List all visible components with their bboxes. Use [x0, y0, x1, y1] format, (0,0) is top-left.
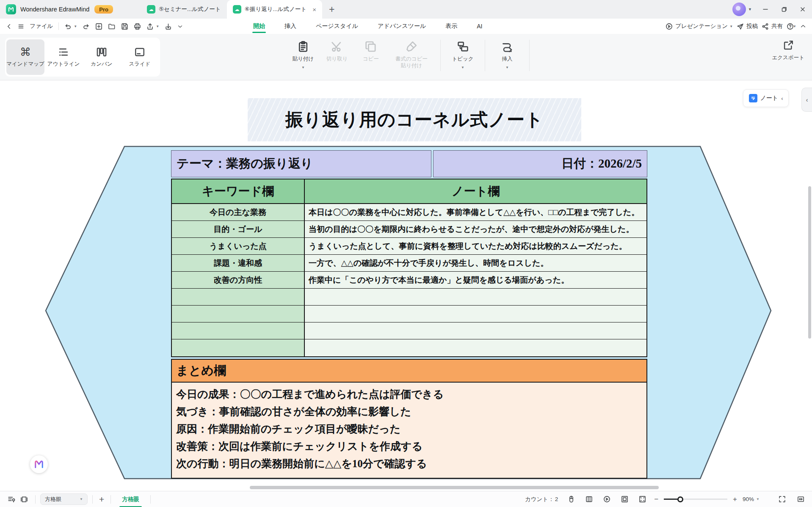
tab-view[interactable]: 表示: [445, 19, 457, 34]
new-document-icon[interactable]: [95, 23, 102, 30]
toolbar-more-icon[interactable]: [177, 24, 183, 29]
add-sheet-button[interactable]: +: [99, 494, 104, 504]
keyword-cell[interactable]: 課題・違和感: [172, 255, 305, 272]
zoom-out-button[interactable]: −: [654, 495, 658, 504]
fullscreen-icon[interactable]: [779, 496, 786, 503]
summary-body[interactable]: 今日の成果：〇〇の工程まで進められた点は評価できる 気づき：事前確認の甘さが全体…: [172, 383, 646, 478]
note-column-header[interactable]: ノート欄: [305, 179, 646, 203]
share-nodes-icon: [762, 23, 769, 30]
zoom-percent[interactable]: 90% ▼: [743, 496, 760, 502]
export-button[interactable]: エクスポート: [772, 40, 804, 61]
tab-start[interactable]: 開始: [253, 19, 265, 34]
restore-button[interactable]: [775, 0, 793, 19]
new-tab-button[interactable]: +: [329, 4, 334, 15]
mode-slide[interactable]: スライド: [121, 39, 159, 75]
note-cell[interactable]: 作業中に「このやり方で本当に最適か」と疑問を感じる場面があった。: [305, 272, 646, 289]
collapse-ribbon-icon[interactable]: [800, 23, 806, 29]
note-cell[interactable]: [305, 306, 646, 322]
mode-outline[interactable]: アウトライン: [44, 39, 83, 75]
tab-page-style[interactable]: ページスタイル: [316, 19, 358, 34]
horizontal-scrollbar[interactable]: [250, 486, 659, 489]
export-share-icon[interactable]: [146, 23, 154, 30]
note-cell[interactable]: [305, 322, 646, 339]
keyword-cell[interactable]: [172, 306, 305, 322]
slideshow-play-icon[interactable]: [603, 496, 610, 503]
note-cell[interactable]: 当初の目的は〇〇を期限内に終わらせることだったが、途中で想定外の対応が発生した。: [305, 221, 646, 238]
sheet-selector-dropdown[interactable]: 方格眼 ▼: [40, 493, 88, 505]
expand-canvas-icon[interactable]: [639, 496, 646, 503]
note-panel-button[interactable]: ノート ‹: [743, 89, 789, 107]
tab-insert[interactable]: 挿入: [284, 19, 296, 34]
keyword-cell[interactable]: [172, 339, 305, 356]
paste-button[interactable]: 貼り付け ▼: [286, 39, 320, 69]
zoom-slider[interactable]: [664, 499, 727, 500]
document-title-topic[interactable]: 振り返り用のコーネル式ノート: [248, 98, 581, 141]
document-tab-active[interactable]: ☁ ⑥振り返り...ル式ノート ×: [227, 0, 322, 19]
export-caret-icon[interactable]: ▼: [156, 25, 159, 28]
canvas[interactable]: 振り返り用のコーネル式ノート ノート ‹ ‹ テーマ：業務の振り返り 日付：20…: [0, 80, 812, 491]
page-frame-icon[interactable]: [20, 496, 28, 503]
sheet-list-icon[interactable]: [8, 496, 15, 503]
fit-width-icon[interactable]: [797, 496, 804, 503]
mouse-mode-icon[interactable]: [568, 496, 575, 503]
vertical-scrollbar[interactable]: [808, 186, 811, 339]
divider: [92, 495, 93, 504]
copy-icon: [365, 41, 377, 52]
zoom-in-button[interactable]: +: [733, 495, 737, 504]
keyword-column-header[interactable]: キーワード欄: [172, 179, 305, 203]
pro-badge[interactable]: Pro: [94, 5, 113, 14]
menu-hamburger-icon[interactable]: [18, 23, 24, 30]
file-menu[interactable]: ファイル: [30, 22, 53, 30]
theme-cell[interactable]: テーマ：業務の振り返り: [171, 150, 431, 177]
keyword-cell[interactable]: 目的・ゴール: [172, 221, 305, 238]
save-icon[interactable]: [121, 23, 128, 30]
keyword-cell[interactable]: 改善の方向性: [172, 272, 305, 289]
sheet-tab-active[interactable]: 方格眼: [116, 491, 146, 507]
note-cell[interactable]: [305, 289, 646, 306]
redo-icon[interactable]: [83, 23, 90, 30]
mode-kanban[interactable]: カンバン: [83, 39, 121, 75]
help-button[interactable]: ▼: [787, 23, 796, 30]
topic-button[interactable]: トピック ▼: [446, 39, 480, 69]
undo-icon[interactable]: [64, 23, 72, 30]
zoom-slider-knob[interactable]: [677, 496, 683, 502]
keyword-cell[interactable]: [172, 322, 305, 339]
undo-caret-icon[interactable]: ▼: [74, 25, 77, 28]
close-tab-icon[interactable]: ×: [312, 6, 316, 13]
close-window-button[interactable]: [793, 0, 812, 19]
back-icon[interactable]: [6, 23, 12, 30]
insert-button[interactable]: 挿入 ▼: [490, 39, 524, 69]
presentation-button[interactable]: プレゼンテーション ▼: [666, 22, 733, 30]
note-cell[interactable]: [305, 339, 646, 356]
minimize-button[interactable]: [756, 0, 775, 19]
right-panel-toggle[interactable]: ‹: [801, 88, 812, 112]
document-tab-seminar[interactable]: ☁ ⑤セミナー...ル式ノート: [141, 0, 227, 19]
note-cell[interactable]: 本日は〇〇の業務を中心に対応した。事前準備として△△を行い、□□の工程まで完了し…: [305, 204, 646, 221]
keyword-cell[interactable]: うまくいった点: [172, 238, 305, 255]
cornell-note-table[interactable]: テーマ：業務の振り返り 日付：2026/2/5 キーワード欄 ノート欄 今日の主…: [171, 150, 647, 479]
import-icon[interactable]: [165, 23, 172, 30]
summary-header[interactable]: まとめ欄: [172, 360, 646, 383]
print-icon[interactable]: [134, 23, 141, 30]
zoom-caret-icon: ▼: [756, 497, 760, 501]
format-painter-icon: [406, 41, 417, 52]
fit-frame-icon[interactable]: [621, 496, 628, 503]
note-cell[interactable]: うまくいった点として、事前に資料を整理していたため対応は比較的スムーズだった。: [305, 238, 646, 255]
note-cell[interactable]: 一方で、△△の確認が不十分で手戻りが発生し、時間をロスした。: [305, 255, 646, 272]
app-logo-icon: [6, 4, 16, 14]
avatar-caret-icon[interactable]: ▼: [748, 7, 752, 11]
keyword-cell[interactable]: 今日の主な業務: [172, 204, 305, 221]
keyword-cell[interactable]: [172, 289, 305, 306]
date-cell[interactable]: 日付：2026/2/5: [433, 150, 647, 177]
menubar-right: プレゼンテーション ▼ 投稿 共有 ▼: [666, 19, 806, 34]
copy-button: コピー: [354, 39, 388, 63]
share-button[interactable]: 共有: [762, 22, 783, 30]
user-avatar[interactable]: [732, 3, 746, 16]
quick-actions: ファイル ▼ ▼: [6, 22, 183, 30]
open-folder-icon[interactable]: [108, 23, 116, 30]
mode-mindmap[interactable]: ⌘ マインドマップ: [6, 39, 44, 75]
post-button[interactable]: 投稿: [737, 22, 758, 30]
tab-advanced-tools[interactable]: アドバンスツール: [378, 19, 426, 34]
tab-ai[interactable]: AI: [477, 19, 482, 34]
page-view-icon[interactable]: [586, 496, 593, 503]
